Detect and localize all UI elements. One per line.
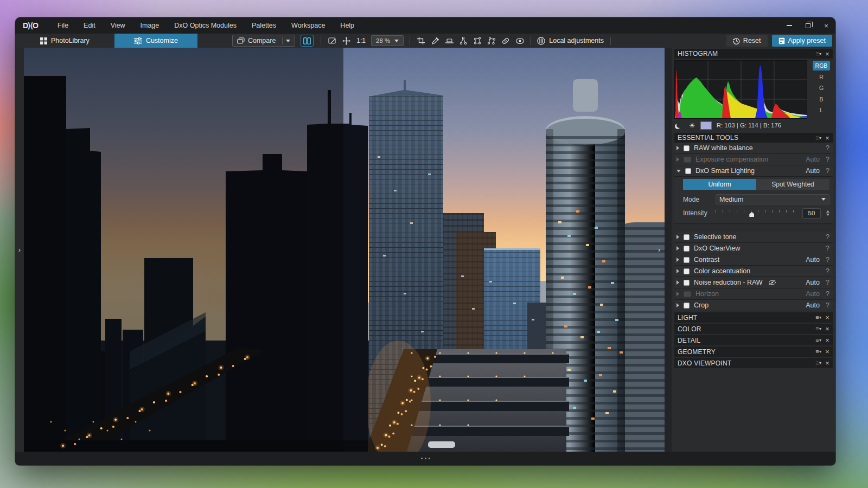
rectangle-tool-button[interactable] (484, 34, 499, 47)
apply-preset-button[interactable]: Apply preset (772, 35, 832, 47)
expander-icon[interactable] (676, 292, 679, 296)
palette-dxo-viewpoint[interactable]: DXO VIEWPOINT ≡▾× (674, 358, 833, 368)
crop-tool-button[interactable] (414, 34, 428, 47)
intensity-slider-thumb[interactable] (749, 212, 754, 217)
essential-tools-menu-icon[interactable]: ≡▾ (815, 135, 821, 141)
menu-view[interactable]: View (103, 17, 133, 34)
reshape-lines-tool-button[interactable] (456, 34, 470, 47)
menu-edit[interactable]: Edit (76, 17, 103, 34)
tool-contrast[interactable]: Contrast Auto ? (674, 254, 833, 266)
zoom-1to1-button[interactable]: 1:1 (353, 37, 369, 44)
help-icon[interactable]: ? (824, 256, 829, 264)
menu-help[interactable]: Help (333, 17, 362, 34)
palette-close-icon[interactable]: × (825, 337, 829, 344)
tool-dxo-smart-lighting[interactable]: DxO Smart Lighting Auto ? (674, 165, 833, 177)
palette-geometry[interactable]: GEOMETRY ≡▾× (674, 346, 833, 357)
palette-close-icon[interactable]: × (825, 314, 829, 321)
expander-icon[interactable] (676, 170, 681, 172)
palette-color[interactable]: COLOR ≡▾× (674, 324, 833, 334)
collapse-right-panel-icon[interactable]: › (658, 246, 660, 254)
help-icon[interactable]: ? (824, 233, 829, 241)
tool-color-accentuation[interactable]: Color accentuation ? (674, 266, 833, 277)
palette-menu-icon[interactable]: ≡▾ (815, 360, 821, 366)
intensity-spinner[interactable] (825, 210, 829, 216)
palette-close-icon[interactable]: × (825, 325, 829, 332)
expander-icon[interactable] (676, 246, 679, 251)
help-icon[interactable]: ? (824, 290, 829, 298)
help-icon[interactable]: ? (824, 301, 829, 309)
close-button[interactable]: × (817, 17, 835, 34)
tool-exposure-compensation[interactable]: Exposure compensation Auto ? (674, 154, 833, 165)
menu-dxo-optics-modules[interactable]: DxO Optics Modules (167, 17, 244, 34)
compare-button[interactable]: Compare (232, 35, 295, 47)
channel-b-button[interactable]: B (813, 94, 830, 104)
intensity-slider[interactable] (716, 209, 798, 217)
checkbox[interactable] (684, 234, 690, 240)
repair-tool-button[interactable] (499, 34, 513, 47)
expander-icon[interactable] (676, 146, 679, 150)
palette-menu-icon[interactable]: ≡▾ (815, 326, 821, 332)
left-panel-collapsed-strip[interactable]: › (15, 48, 24, 452)
spin-up-icon[interactable] (826, 210, 829, 213)
expand-left-panel-icon[interactable]: › (18, 246, 21, 253)
checkbox[interactable] (684, 246, 690, 252)
checkbox[interactable] (684, 268, 690, 274)
palette-menu-icon[interactable]: ≡▾ (815, 349, 821, 355)
tool-horizon[interactable]: Horizon Auto ? (674, 288, 833, 300)
menu-image[interactable]: Image (133, 17, 167, 34)
expander-icon[interactable] (676, 157, 679, 162)
tool-selective-tone[interactable]: Selective tone ? (674, 232, 833, 243)
reset-button[interactable]: Reset (726, 35, 768, 47)
spin-down-icon[interactable] (826, 214, 829, 216)
expander-icon[interactable] (676, 269, 679, 273)
palette-close-icon[interactable]: × (825, 359, 829, 367)
intensity-value-box[interactable]: 50 (802, 208, 821, 219)
palette-detail[interactable]: DETAIL ≡▾× (674, 335, 833, 345)
spot-weighted-button[interactable]: Spot Weighted (756, 179, 829, 190)
force-parallel-tool-button[interactable] (470, 34, 484, 47)
zoom-level-dropdown[interactable]: 28 % (371, 35, 404, 46)
essential-tools-header[interactable]: ESSENTIAL TOOLS ≡▾ × (674, 133, 833, 143)
compare-caret-icon[interactable] (286, 40, 290, 42)
tool-dxo-clearview[interactable]: DxO ClearView ? (674, 243, 833, 254)
essential-tools-close-icon[interactable]: × (825, 134, 829, 142)
shadow-clipping-icon[interactable] (676, 123, 682, 128)
checkbox[interactable] (684, 291, 691, 297)
menu-palettes[interactable]: Palettes (244, 17, 284, 34)
histogram-close-icon[interactable]: × (825, 50, 829, 57)
help-icon[interactable]: ? (824, 144, 829, 152)
eyedropper-tool-button[interactable] (428, 34, 442, 47)
help-icon[interactable]: ? (824, 279, 829, 286)
highlight-clipping-icon[interactable]: ☀ (689, 121, 695, 130)
restore-button[interactable] (799, 17, 817, 34)
split-view-button[interactable] (301, 35, 314, 47)
palette-menu-icon[interactable]: ≡▾ (815, 314, 821, 320)
tab-customize[interactable]: Customize (114, 34, 197, 48)
minimize-button[interactable] (780, 17, 799, 34)
channel-g-button[interactable]: G (813, 83, 830, 93)
checkbox[interactable] (684, 303, 690, 309)
checkbox[interactable] (684, 257, 690, 263)
checkbox[interactable] (684, 145, 690, 151)
uniform-button[interactable]: Uniform (683, 179, 756, 190)
fit-screen-button[interactable] (325, 34, 339, 47)
before-after-image-viewer[interactable]: › (24, 48, 665, 452)
tool-raw-white-balance[interactable]: RAW white balance ? (674, 143, 833, 154)
palette-light[interactable]: LIGHT ≡▾× (674, 312, 833, 323)
palette-close-icon[interactable]: × (825, 348, 829, 355)
expander-icon[interactable] (676, 235, 679, 239)
bottom-filmstrip-handle[interactable] (15, 452, 835, 465)
channel-rgb-button[interactable]: RGB (813, 61, 830, 70)
channel-r-button[interactable]: R (813, 72, 830, 82)
pan-tool-button[interactable] (339, 34, 353, 47)
histogram-header[interactable]: HISTOGRAM ≡▾ × (674, 49, 833, 59)
local-adjustments-button[interactable]: Local adjustments (530, 37, 611, 45)
palette-menu-icon[interactable]: ≡▾ (815, 337, 821, 343)
horizon-tool-button[interactable] (442, 34, 456, 47)
expander-icon[interactable] (676, 280, 679, 285)
red-eye-tool-button[interactable] (513, 34, 527, 47)
help-icon[interactable]: ? (824, 167, 829, 175)
expander-icon[interactable] (676, 258, 679, 262)
channel-l-button[interactable]: L (813, 105, 830, 115)
checkbox[interactable] (685, 168, 691, 174)
